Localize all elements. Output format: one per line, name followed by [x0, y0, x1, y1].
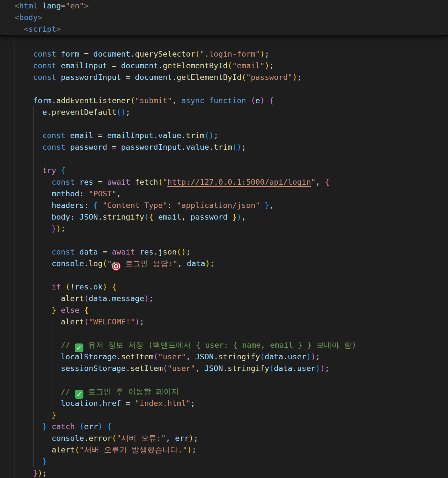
code-token: [80, 306, 84, 315]
code-token: ".login-form": [200, 49, 260, 59]
code-token: ,: [315, 178, 325, 187]
code-token: [15, 166, 42, 175]
code-token: [15, 189, 52, 198]
code-token: message: [112, 294, 144, 303]
code-token: .: [181, 131, 186, 140]
code-line: });: [15, 223, 448, 234]
code-token: stringify: [102, 212, 144, 222]
code-token: location: [61, 399, 98, 408]
code-token: ): [293, 73, 297, 82]
code-line: [15, 118, 448, 130]
code-line: try {: [15, 165, 448, 176]
code-token: data: [80, 247, 98, 256]
code-token: .: [84, 259, 89, 268]
code-token: [154, 212, 158, 222]
code-line: alert(data.message);: [15, 293, 448, 304]
code-token: sessionStorage: [61, 364, 126, 373]
code-token: .: [181, 143, 186, 152]
sticky-context-line: <html lang="en">: [15, 0, 448, 12]
code-line: sessionStorage.setItem("user", JSON.stri…: [15, 363, 448, 374]
code-token: >: [84, 1, 89, 10]
code-token: ,: [241, 212, 246, 222]
code-token: data: [89, 294, 107, 303]
code-token: emailInput: [61, 61, 107, 70]
code-token: [15, 422, 42, 431]
code-token: [15, 317, 61, 326]
code-line: const form = document.querySelector(".lo…: [15, 48, 448, 60]
code-token: [130, 178, 135, 187]
code-token: .: [84, 434, 89, 443]
code-token: [15, 434, 52, 443]
code-line: [15, 37, 448, 48]
code-token: getElementById: [176, 73, 241, 82]
code-token: (: [251, 96, 255, 105]
code-token: ): [38, 469, 42, 478]
code-token[interactable]: http://127.0.0.1:5000/api/login: [167, 178, 311, 187]
code-token: JSON: [204, 364, 223, 373]
code-token: [265, 96, 269, 105]
code-token: stringify: [218, 352, 260, 361]
code-line: const emailInput = document.getElementBy…: [15, 60, 448, 71]
code-token: "Content-Type": [102, 201, 167, 210]
code-token: preventDefault: [52, 108, 117, 117]
code-token: .: [154, 247, 158, 256]
code-token: script: [28, 25, 56, 34]
code-token: ): [306, 352, 311, 361]
code-token: else: [61, 306, 79, 315]
code-token: .: [214, 352, 218, 361]
code-line: console.error("서버 오류:", err);: [15, 432, 448, 444]
check-emoji: ✅: [75, 390, 83, 399]
code-token: data: [265, 352, 283, 361]
code-token: [15, 259, 52, 268]
code-token: {: [61, 166, 65, 175]
code-token: [15, 178, 52, 187]
code-token: ,: [186, 352, 195, 361]
code-token: ): [135, 317, 140, 326]
code-token: [56, 61, 61, 70]
code-token: "user": [158, 352, 186, 361]
code-token: }: [52, 410, 56, 419]
code-line: method: "POST",: [15, 188, 448, 200]
code-line: const password = passwordInput.value.tri…: [15, 141, 448, 153]
code-token: ;: [315, 352, 320, 361]
code-token: log: [89, 259, 102, 268]
code-token: "POST": [89, 189, 116, 198]
code-token: [15, 73, 33, 82]
code-token: "password": [246, 73, 292, 82]
code-line: e.preventDefault();: [15, 106, 448, 118]
code-token: ): [311, 352, 315, 361]
code-token: data: [187, 259, 205, 268]
code-token: (): [116, 108, 126, 117]
code-token: :: [167, 201, 177, 210]
code-token: //: [61, 387, 75, 396]
code-token: ;: [190, 399, 195, 408]
code-token: alert: [61, 317, 84, 326]
code-token: ): [320, 364, 325, 373]
code-token: (: [84, 317, 89, 326]
code-token: {: [84, 306, 89, 315]
code-token: passwordInput: [121, 143, 181, 152]
code-line: [15, 269, 448, 281]
code-editor[interactable]: const form = document.querySelector(".lo…: [0, 0, 448, 478]
code-token: .: [47, 108, 51, 117]
code-token: =: [93, 178, 107, 187]
code-line: location.href = "index.html";: [15, 397, 448, 409]
code-token: error: [89, 434, 112, 443]
code-token: ;: [186, 247, 190, 256]
code-token: err: [84, 422, 98, 431]
code-token: res: [75, 282, 89, 291]
code-token: 로그인 응답:": [121, 259, 177, 268]
code-line: headers: { "Content-Type": "application/…: [15, 200, 448, 211]
code-token: form: [33, 96, 51, 105]
code-token: [98, 201, 102, 210]
code-token: emailInput: [107, 131, 154, 140]
sticky-scroll-header[interactable]: <html lang="en"><body> <script>: [0, 0, 448, 36]
code-token: "en": [66, 1, 84, 10]
code-token: setItem: [121, 352, 154, 361]
code-token: "index.html": [135, 399, 191, 408]
code-token: [15, 96, 33, 105]
code-token: {: [269, 96, 274, 105]
code-token: const: [52, 247, 75, 256]
code-token: trim: [214, 143, 232, 152]
code-scroll-area[interactable]: const form = document.querySelector(".lo…: [0, 37, 448, 478]
